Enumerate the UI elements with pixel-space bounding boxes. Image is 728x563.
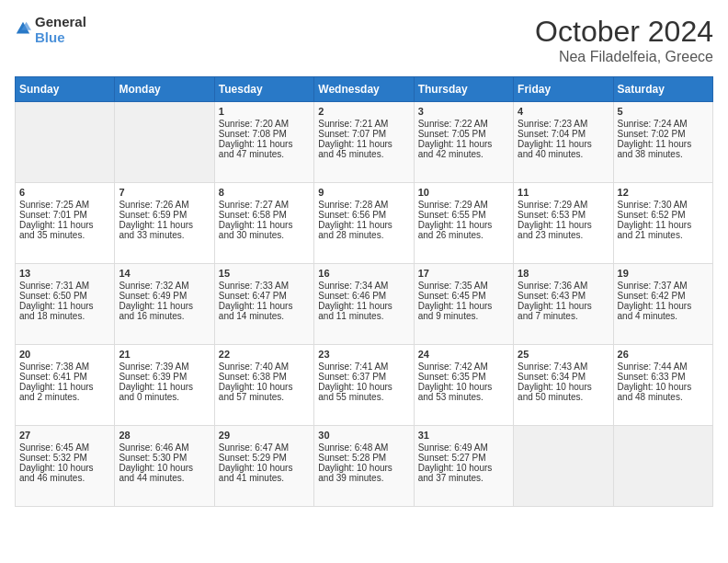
calendar-cell: 9Sunrise: 7:28 AMSunset: 6:56 PMDaylight…	[314, 183, 414, 264]
sunrise-text: Sunrise: 7:26 AM	[119, 200, 210, 210]
daylight-text: Daylight: 11 hours and 21 minutes.	[618, 220, 709, 240]
sunrise-text: Sunrise: 6:46 AM	[119, 442, 210, 453]
calendar-cell: 1Sunrise: 7:20 AMSunset: 7:08 PMDaylight…	[214, 102, 313, 183]
daylight-text: Daylight: 10 hours and 50 minutes.	[518, 382, 609, 402]
sunrise-text: Sunrise: 7:24 AM	[618, 119, 709, 129]
daylight-text: Daylight: 11 hours and 45 minutes.	[318, 139, 409, 159]
calendar-cell: 11Sunrise: 7:29 AMSunset: 6:53 PMDayligh…	[514, 183, 613, 264]
sunrise-text: Sunrise: 7:25 AM	[19, 200, 110, 210]
daylight-text: Daylight: 11 hours and 26 minutes.	[418, 220, 509, 240]
day-number: 6	[19, 187, 110, 198]
sunrise-text: Sunrise: 7:35 AM	[418, 281, 509, 291]
sunset-text: Sunset: 6:58 PM	[219, 210, 310, 220]
daylight-text: Daylight: 11 hours and 28 minutes.	[318, 220, 409, 240]
sunrise-text: Sunrise: 7:33 AM	[219, 281, 310, 291]
daylight-text: Daylight: 11 hours and 33 minutes.	[119, 220, 210, 240]
day-number: 28	[119, 430, 210, 441]
sunrise-text: Sunrise: 7:31 AM	[19, 281, 110, 291]
calendar-cell: 7Sunrise: 7:26 AMSunset: 6:59 PMDaylight…	[115, 183, 214, 264]
daylight-text: Daylight: 11 hours and 4 minutes.	[618, 301, 709, 321]
calendar-cell: 20Sunrise: 7:38 AMSunset: 6:41 PMDayligh…	[16, 345, 115, 426]
daylight-text: Daylight: 11 hours and 47 minutes.	[219, 139, 310, 159]
sunset-text: Sunset: 6:59 PM	[119, 210, 210, 220]
calendar-cell: 5Sunrise: 7:24 AMSunset: 7:02 PMDaylight…	[613, 102, 712, 183]
calendar-cell: 10Sunrise: 7:29 AMSunset: 6:55 PMDayligh…	[414, 183, 513, 264]
calendar-cell	[115, 102, 214, 183]
calendar-cell: 2Sunrise: 7:21 AMSunset: 7:07 PMDaylight…	[314, 102, 414, 183]
sunset-text: Sunset: 7:07 PM	[318, 129, 409, 139]
day-number: 13	[19, 268, 110, 279]
day-number: 24	[418, 349, 509, 360]
daylight-text: Daylight: 10 hours and 46 minutes.	[19, 463, 110, 483]
sunrise-text: Sunrise: 7:30 AM	[618, 200, 709, 210]
day-number: 26	[618, 349, 709, 360]
weekday-header: Wednesday	[314, 77, 414, 102]
calendar-cell: 19Sunrise: 7:37 AMSunset: 6:42 PMDayligh…	[613, 264, 712, 345]
day-number: 14	[119, 268, 210, 279]
sunset-text: Sunset: 7:01 PM	[19, 210, 110, 220]
day-number: 25	[518, 349, 609, 360]
sunrise-text: Sunrise: 7:41 AM	[318, 362, 409, 372]
sunrise-text: Sunrise: 7:23 AM	[518, 119, 609, 129]
calendar-cell: 30Sunrise: 6:48 AMSunset: 5:28 PMDayligh…	[314, 426, 414, 507]
sunset-text: Sunset: 7:02 PM	[618, 129, 709, 139]
calendar-cell: 21Sunrise: 7:39 AMSunset: 6:39 PMDayligh…	[115, 345, 214, 426]
day-number: 27	[19, 430, 110, 441]
calendar-week-row: 20Sunrise: 7:38 AMSunset: 6:41 PMDayligh…	[16, 345, 713, 426]
sunrise-text: Sunrise: 7:34 AM	[318, 281, 409, 291]
calendar-cell	[613, 426, 712, 507]
weekday-header: Tuesday	[214, 77, 313, 102]
sunrise-text: Sunrise: 6:45 AM	[19, 442, 110, 453]
calendar-cell: 6Sunrise: 7:25 AMSunset: 7:01 PMDaylight…	[16, 183, 115, 264]
logo-icon	[15, 20, 31, 37]
sunset-text: Sunset: 6:52 PM	[618, 210, 709, 220]
location-title: Nea Filadelfeia, Greece	[535, 49, 713, 65]
day-number: 4	[518, 106, 609, 117]
month-title: October 2024	[535, 15, 713, 49]
daylight-text: Daylight: 10 hours and 48 minutes.	[618, 382, 709, 402]
sunset-text: Sunset: 7:04 PM	[518, 129, 609, 139]
sunrise-text: Sunrise: 6:49 AM	[418, 442, 509, 453]
sunrise-text: Sunrise: 6:47 AM	[219, 442, 310, 453]
sunset-text: Sunset: 5:28 PM	[318, 453, 409, 463]
day-number: 29	[219, 430, 310, 441]
daylight-text: Daylight: 10 hours and 41 minutes.	[219, 463, 310, 483]
day-number: 5	[618, 106, 709, 117]
calendar-cell	[514, 426, 613, 507]
sunrise-text: Sunrise: 7:22 AM	[418, 119, 509, 129]
sunrise-text: Sunrise: 6:48 AM	[318, 442, 409, 453]
calendar-cell: 23Sunrise: 7:41 AMSunset: 6:37 PMDayligh…	[314, 345, 414, 426]
calendar-cell: 4Sunrise: 7:23 AMSunset: 7:04 PMDaylight…	[514, 102, 613, 183]
calendar-week-row: 13Sunrise: 7:31 AMSunset: 6:50 PMDayligh…	[16, 264, 713, 345]
daylight-text: Daylight: 11 hours and 14 minutes.	[219, 301, 310, 321]
calendar-cell: 27Sunrise: 6:45 AMSunset: 5:32 PMDayligh…	[16, 426, 115, 507]
calendar-cell: 8Sunrise: 7:27 AMSunset: 6:58 PMDaylight…	[214, 183, 313, 264]
sunrise-text: Sunrise: 7:29 AM	[418, 200, 509, 210]
calendar-week-row: 27Sunrise: 6:45 AMSunset: 5:32 PMDayligh…	[16, 426, 713, 507]
sunset-text: Sunset: 6:53 PM	[518, 210, 609, 220]
daylight-text: Daylight: 11 hours and 16 minutes.	[119, 301, 210, 321]
sunset-text: Sunset: 5:27 PM	[418, 453, 509, 463]
daylight-text: Daylight: 11 hours and 38 minutes.	[618, 139, 709, 159]
day-number: 15	[219, 268, 310, 279]
sunset-text: Sunset: 6:46 PM	[318, 291, 409, 301]
calendar-cell	[16, 102, 115, 183]
page-header: General Blue October 2024 Nea Filadelfei…	[15, 15, 713, 65]
daylight-text: Daylight: 11 hours and 2 minutes.	[19, 382, 110, 402]
weekday-header: Sunday	[16, 77, 115, 102]
day-number: 19	[618, 268, 709, 279]
daylight-text: Daylight: 11 hours and 9 minutes.	[418, 301, 509, 321]
day-number: 22	[219, 349, 310, 360]
calendar-cell: 14Sunrise: 7:32 AMSunset: 6:49 PMDayligh…	[115, 264, 214, 345]
day-number: 23	[318, 349, 409, 360]
sunset-text: Sunset: 6:38 PM	[219, 372, 310, 382]
sunrise-text: Sunrise: 7:39 AM	[119, 362, 210, 372]
daylight-text: Daylight: 11 hours and 18 minutes.	[19, 301, 110, 321]
calendar-cell: 17Sunrise: 7:35 AMSunset: 6:45 PMDayligh…	[414, 264, 513, 345]
calendar-cell: 12Sunrise: 7:30 AMSunset: 6:52 PMDayligh…	[613, 183, 712, 264]
sunset-text: Sunset: 5:32 PM	[19, 453, 110, 463]
day-number: 17	[418, 268, 509, 279]
weekday-header: Friday	[514, 77, 613, 102]
sunset-text: Sunset: 6:37 PM	[318, 372, 409, 382]
calendar-cell: 18Sunrise: 7:36 AMSunset: 6:43 PMDayligh…	[514, 264, 613, 345]
